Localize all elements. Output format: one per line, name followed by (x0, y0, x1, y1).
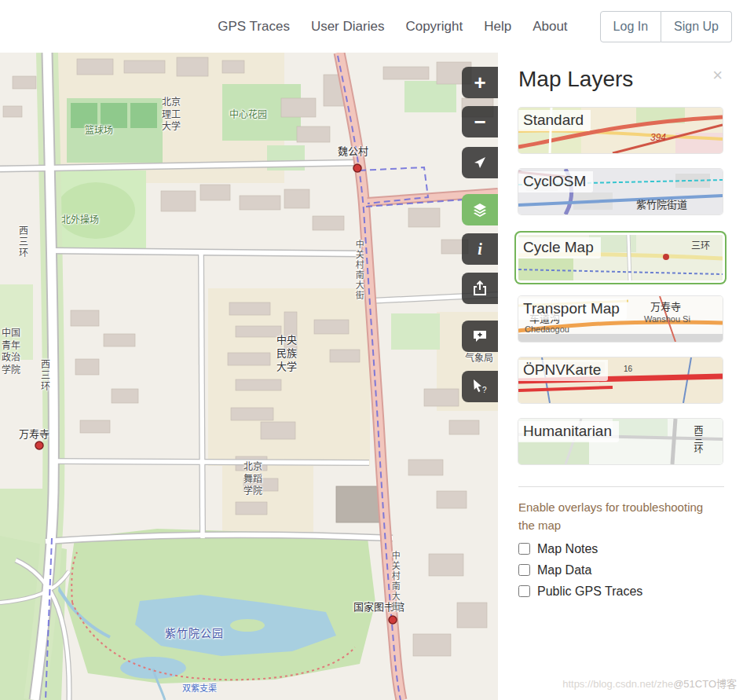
nav-gps-traces[interactable]: GPS Traces (218, 19, 290, 35)
layer-option-transport-map[interactable]: 万寿寺 Wanshou Si 车道沟 Chedaogou Transport M… (518, 296, 723, 342)
watermark-url: https://blog.csdn.net/zhe (562, 678, 673, 690)
map-label-bfsu-field: 北外操场 (61, 214, 99, 227)
map-label-zhongguancun-south-st-1: 中关村南大街 (353, 240, 364, 301)
overlay-public-gps-traces[interactable]: Public GPS Traces (518, 585, 724, 599)
map-label-weigongcun: 魏公村 (338, 145, 368, 159)
layer-label: Standard (518, 110, 591, 131)
login-button[interactable]: Log In (600, 11, 661, 42)
map-label-central-garden: 中心花园 (229, 109, 267, 122)
overlay-label: Public GPS Traces (537, 585, 642, 599)
share-icon (472, 280, 488, 296)
layer-option-cycle-map[interactable]: 三环 Cycle Map (518, 235, 723, 280)
overlay-map-notes[interactable]: Map Notes (518, 542, 724, 556)
nav-help[interactable]: Help (484, 19, 511, 35)
overlay-map-data[interactable]: Map Data (518, 563, 724, 577)
layer-label: Cycle Map (518, 237, 601, 258)
thumb-text: 16 (624, 365, 633, 373)
panel-title: Map Layers (518, 67, 724, 92)
layer-label: Humanitarian (518, 421, 619, 442)
watermark-site: @51CTO博客 (673, 678, 737, 690)
map-canvas (0, 53, 498, 700)
svg-text:?: ? (482, 386, 487, 394)
layer-option-humanitarian[interactable]: 西三环 Humanitarian (518, 419, 723, 464)
map-label-wanshou-temple: 万寿寺 (19, 428, 49, 442)
thumb-text: 西三环 (692, 425, 703, 453)
thumb-text: 三环 (691, 240, 710, 251)
overlays-hint-text: Enable overlays for troubleshooting the … (518, 498, 716, 535)
zoom-in-button[interactable]: + (462, 67, 498, 98)
map-label-bit-university: 北京 理工 大学 (162, 97, 181, 134)
zoom-out-button[interactable]: − (462, 106, 498, 137)
map-label-minzu-university: 中央 民族 大学 (276, 334, 297, 374)
thumb-text: Chedaogou (525, 324, 569, 334)
close-icon[interactable]: × (712, 67, 723, 84)
nav-user-diaries[interactable]: User Diaries (311, 19, 385, 35)
legend-button[interactable]: i (462, 233, 498, 265)
add-note-button[interactable] (462, 321, 498, 352)
public-gps-traces-checkbox[interactable] (518, 585, 530, 597)
map-label-shuangzi-canal: 双紫支渠 (182, 683, 217, 694)
thumb-text: 394 (650, 132, 666, 143)
layer-option-standard[interactable]: 394 Standard (518, 108, 723, 153)
info-icon: i (478, 240, 482, 258)
signup-button[interactable]: Sign Up (661, 11, 732, 42)
overlay-label: Map Notes (537, 542, 598, 556)
map-label-meteorological-bureau: 气象局 (465, 353, 493, 365)
top-nav: GPS Traces User Diaries Copyright Help A… (0, 0, 743, 53)
layers-icon (472, 202, 488, 218)
auth-button-group: Log In Sign Up (600, 11, 732, 42)
map-label-zhongguancun-south-st-2: 中关村南大街 (390, 551, 401, 612)
nav-about[interactable]: About (533, 19, 567, 35)
map-label-youth-politics-college: 中国 青年 政治 学院 (2, 328, 20, 376)
layer-option-opnvkarte[interactable]: 16 ÖPNVKarte (518, 357, 723, 403)
map-layers-panel: Map Layers × 394 Standard (498, 53, 743, 700)
map-label-west-3rd-ring-1: 西三环 (16, 225, 28, 258)
query-features-button[interactable]: ? (462, 371, 498, 402)
map-label-west-3rd-ring-2: 西三环 (38, 359, 50, 392)
layer-label: Transport Map (518, 299, 627, 320)
layer-label: ÖPNVKarte (518, 360, 608, 381)
note-bubble-icon (472, 328, 488, 344)
map-data-checkbox[interactable] (518, 564, 530, 576)
thumb-text: 万寿寺 (650, 301, 681, 313)
map-label-zizhuyuan-park: 紫竹院公园 (165, 626, 224, 640)
map-viewport[interactable]: 篮球场 北京 理工 大学 中心花园 魏公村 北外操场 西三环 中国 青年 政治 … (0, 53, 498, 700)
query-cursor-icon: ? (471, 378, 489, 395)
map-notes-checkbox[interactable] (518, 543, 530, 555)
thumb-text: Wanshou Si (644, 314, 690, 324)
layers-button[interactable] (462, 194, 498, 225)
layer-option-cyclosm[interactable]: 紫竹院街道 CyclOSM (518, 169, 723, 214)
thumb-text: 紫竹院街道 (636, 199, 687, 211)
map-label-dance-academy: 北京 舞蹈 学院 (243, 461, 262, 498)
locate-button[interactable] (462, 147, 498, 178)
layer-label: CyclOSM (518, 171, 593, 192)
overlay-label: Map Data (537, 563, 591, 577)
locate-arrow-icon (472, 155, 488, 170)
map-label-basketball-courts: 篮球场 (85, 125, 113, 137)
panel-divider (518, 486, 724, 487)
watermark: https://blog.csdn.net/zhe@51CTO博客 (562, 676, 737, 691)
nav-copyright[interactable]: Copyright (405, 19, 463, 35)
share-button[interactable] (462, 273, 498, 304)
